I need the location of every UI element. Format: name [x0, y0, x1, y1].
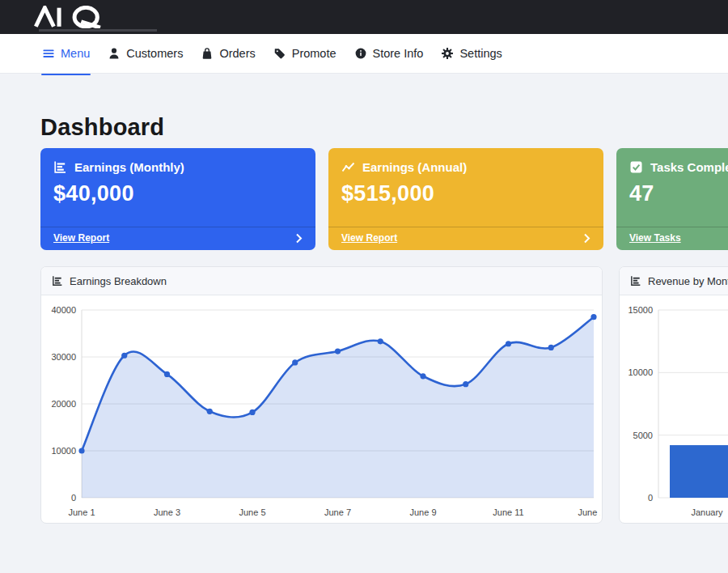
chevron-right-icon: [583, 233, 590, 244]
logo-underline: [39, 29, 157, 32]
stat-card-footer: View Report: [40, 227, 315, 250]
earnings-breakdown-line-chart: 010000200003000040000June 1June 3June 5J…: [44, 295, 600, 524]
stat-card-value: $515,000: [328, 174, 603, 227]
nav-item-label: Customers: [126, 47, 183, 60]
nav-item-promote[interactable]: Promote: [273, 34, 336, 73]
nav-item-label: Menu: [61, 47, 90, 60]
main-navbar: Menu Customers Orders Promote Store: [0, 34, 728, 74]
nav-item-label: Orders: [219, 47, 255, 60]
nav-item-customers[interactable]: Customers: [108, 34, 183, 73]
tag-icon: [273, 47, 286, 60]
svg-text:10000: 10000: [628, 367, 653, 377]
chart-bar-icon: [630, 275, 641, 286]
stat-card-footer: View Tasks: [616, 227, 728, 250]
svg-text:June 5: June 5: [239, 507, 265, 517]
stat-card-title: Tasks Completed: [650, 160, 728, 174]
topbar: [0, 0, 728, 34]
view-tasks-link[interactable]: View Tasks: [629, 232, 681, 244]
view-report-link[interactable]: View Report: [53, 232, 109, 244]
nav-item-settings[interactable]: Settings: [441, 34, 502, 73]
bar-chart-icon: [53, 160, 67, 174]
stat-card-earnings-annual: Earnings (Annual) $515,000 View Report: [328, 148, 603, 250]
nav-item-label: Store Info: [373, 47, 424, 60]
stat-card-tasks-completed: Tasks Completed 47 View Tasks: [616, 148, 728, 250]
charts-row: Earnings Breakdown 010000200003000040000…: [40, 266, 728, 524]
nav-item-label: Promote: [292, 47, 336, 60]
nav-item-store-info[interactable]: Store Info: [354, 34, 424, 73]
earnings-breakdown-card: Earnings Breakdown 010000200003000040000…: [40, 266, 603, 524]
svg-text:0: 0: [71, 493, 76, 503]
gear-icon: [441, 47, 454, 60]
stat-card-value: $40,000: [40, 174, 315, 227]
check-square-icon: [629, 160, 643, 174]
bag-icon: [201, 47, 214, 60]
nav-item-menu[interactable]: Menu: [42, 34, 90, 73]
person-icon: [108, 47, 121, 60]
svg-text:5000: 5000: [633, 431, 653, 440]
hamburger-icon: [42, 47, 55, 60]
stat-card-row: Earnings (Monthly) $40,000 View Report: [40, 148, 728, 250]
view-report-link[interactable]: View Report: [341, 232, 397, 244]
stat-card-title: Earnings (Monthly): [74, 160, 184, 174]
svg-text:0: 0: [648, 493, 653, 503]
nav-item-label: Settings: [459, 47, 502, 60]
stat-card-value: 47: [616, 174, 728, 227]
bar-chart-area: 050001000015000January: [620, 295, 728, 524]
nav-item-orders[interactable]: Orders: [201, 34, 255, 73]
line-chart-icon: [341, 160, 355, 174]
chart-bar-icon: [52, 275, 63, 286]
svg-text:40000: 40000: [51, 305, 76, 315]
main-content: Dashboard Earnings (Monthly) $40,000 Vie…: [0, 114, 728, 524]
svg-text:June 13: June 13: [578, 507, 600, 517]
chart-card-header: Earnings Breakdown: [41, 267, 602, 295]
svg-text:30000: 30000: [51, 352, 76, 362]
chart-card-header: Revenue by Month: [620, 267, 728, 295]
page-title: Dashboard: [40, 114, 728, 141]
stat-card-footer: View Report: [328, 227, 603, 250]
stat-card-title: Earnings (Annual): [362, 160, 467, 174]
svg-text:20000: 20000: [51, 399, 76, 409]
svg-text:June 9: June 9: [409, 507, 436, 517]
svg-text:15000: 15000: [628, 305, 653, 315]
stat-card-earnings-monthly: Earnings (Monthly) $40,000 View Report: [40, 148, 315, 250]
revenue-by-month-card: Revenue by Month 050001000015000January: [619, 266, 728, 524]
svg-text:June 11: June 11: [493, 507, 523, 517]
svg-text:June 3: June 3: [154, 507, 180, 517]
chart-title: Revenue by Month: [648, 275, 728, 287]
svg-text:10000: 10000: [51, 446, 76, 456]
svg-text:June 7: June 7: [324, 507, 351, 517]
chart-title: Earnings Breakdown: [70, 275, 167, 287]
chevron-right-icon: [295, 233, 303, 244]
svg-text:June 1: June 1: [68, 507, 95, 517]
line-chart-area: 010000200003000040000June 1June 3June 5J…: [41, 295, 602, 524]
info-icon: [354, 47, 367, 60]
revenue-by-month-bar-chart: 050001000015000January: [623, 295, 728, 524]
brand-logo-icon[interactable]: [32, 6, 113, 28]
svg-text:January: January: [691, 507, 723, 517]
